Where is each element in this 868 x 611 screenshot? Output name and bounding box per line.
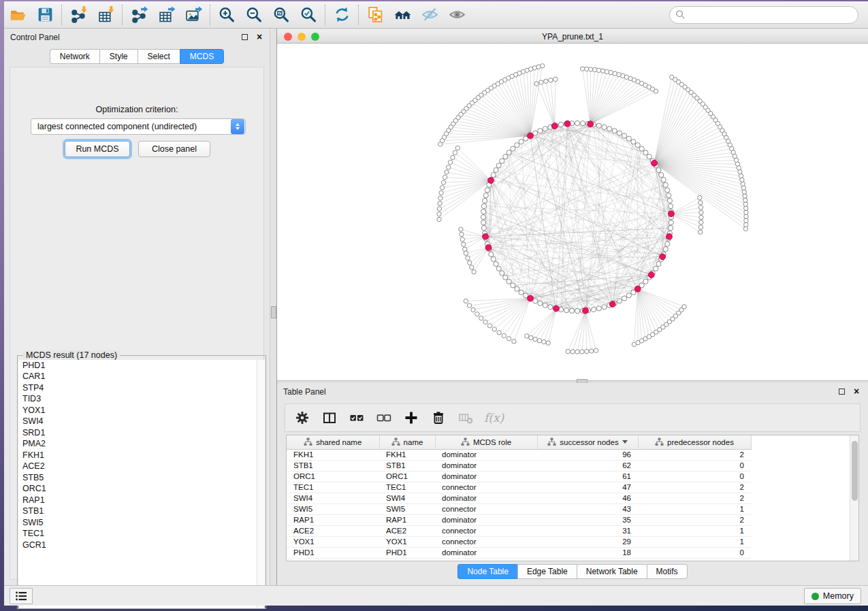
graph-leaf-node[interactable] [497, 331, 501, 335]
graph-node[interactable] [538, 129, 543, 133]
cell-shared_name[interactable]: ORC1 [287, 471, 379, 482]
graph-leaf-node[interactable] [570, 350, 575, 354]
graph-node[interactable] [654, 266, 658, 271]
graph-node[interactable] [647, 154, 652, 159]
graph-node[interactable] [519, 139, 524, 144]
mcds-result-item[interactable]: TEC1 [18, 529, 258, 540]
graph-leaf-node[interactable] [468, 261, 472, 265]
graph-leaf-node[interactable] [502, 333, 506, 337]
import-network-button[interactable] [65, 3, 92, 27]
graph-leaf-node[interactable] [462, 242, 466, 246]
graph-node[interactable] [548, 305, 553, 310]
graph-mcds-node[interactable] [669, 211, 675, 217]
cell-successor_nodes[interactable]: 46 [537, 493, 638, 503]
network-canvas[interactable] [277, 44, 868, 380]
table-row[interactable]: ORC1ORC1dominator610 [287, 471, 751, 482]
vertical-split-divider[interactable] [270, 29, 277, 585]
graph-node[interactable] [596, 123, 601, 128]
graph-node[interactable] [500, 159, 504, 163]
graph-leaf-node[interactable] [438, 201, 442, 205]
cell-mcds_role[interactable]: dominator [435, 460, 537, 471]
graph-node[interactable] [639, 146, 644, 151]
table-row[interactable]: RAP1RAP1dominator352 [287, 514, 751, 525]
refresh-view-button[interactable] [328, 3, 355, 27]
graph-leaf-node[interactable] [744, 214, 748, 218]
graph-leaf-node[interactable] [698, 201, 703, 205]
table-row[interactable]: TEC1TEC1connector472 [287, 482, 751, 493]
graph-leaf-node[interactable] [472, 270, 476, 274]
table-row[interactable]: YOX1YOX1connector291 [287, 536, 751, 547]
optimization-criterion-select[interactable]: largest connected component (undirected) [31, 118, 246, 135]
delete-row-button[interactable] [430, 409, 447, 427]
cell-successor_nodes[interactable]: 62 [537, 460, 638, 471]
graph-mcds-node[interactable] [551, 123, 558, 129]
cell-name[interactable]: RAP1 [379, 514, 435, 525]
graph-leaf-node[interactable] [471, 308, 475, 312]
graph-mcds-node[interactable] [483, 233, 489, 240]
graph-leaf-node[interactable] [440, 186, 444, 190]
graph-node[interactable] [661, 178, 666, 182]
graph-leaf-node[interactable] [744, 218, 748, 222]
mcds-result-item[interactable]: FKH1 [18, 450, 258, 461]
graph-leaf-node[interactable] [455, 146, 460, 150]
cell-shared_name[interactable]: ACE2 [287, 525, 379, 536]
graph-node[interactable] [494, 261, 498, 266]
graph-node[interactable] [483, 198, 487, 203]
graph-node[interactable] [538, 301, 543, 306]
cell-shared_name[interactable]: SWI4 [287, 493, 379, 503]
graph-leaf-node[interactable] [437, 212, 441, 216]
graph-leaf-node[interactable] [483, 320, 487, 324]
graph-leaf-node[interactable] [743, 194, 747, 198]
column-header-predecessor-nodes[interactable]: predecessor nodes [638, 435, 751, 449]
graph-node[interactable] [496, 163, 501, 168]
graph-leaf-node[interactable] [447, 165, 451, 169]
cell-mcds_role[interactable]: connector [435, 482, 537, 493]
graph-leaf-node[interactable] [670, 75, 674, 79]
export-table-button[interactable] [152, 3, 180, 27]
graph-leaf-node[interactable] [699, 220, 703, 225]
cell-mcds_role[interactable]: dominator [435, 493, 537, 503]
tab-network[interactable]: Network [50, 49, 99, 64]
mcds-result-item[interactable]: SRD1 [18, 427, 258, 439]
cell-successor_nodes[interactable]: 35 [537, 514, 638, 525]
graph-leaf-node[interactable] [537, 339, 541, 343]
graph-node[interactable] [507, 150, 511, 155]
graph-mcds-node[interactable] [648, 272, 654, 278]
graph-leaf-node[interactable] [592, 67, 596, 71]
gear-button[interactable] [293, 409, 311, 427]
graph-leaf-node[interactable] [741, 182, 745, 186]
float-panel-button[interactable] [837, 386, 846, 396]
graph-leaf-node[interactable] [742, 190, 746, 194]
cell-predecessor_nodes[interactable]: 1 [638, 525, 751, 536]
table-row[interactable]: SWI4SWI4dominator462 [287, 493, 751, 503]
select-all-button[interactable] [348, 409, 366, 427]
graph-leaf-node[interactable] [699, 210, 703, 214]
graph-leaf-node[interactable] [438, 142, 443, 146]
cell-name[interactable]: STB1 [379, 460, 435, 471]
graph-node[interactable] [669, 220, 673, 225]
graph-node[interactable] [635, 143, 640, 148]
cell-mcds_role[interactable]: dominator [435, 449, 537, 460]
export-network-button[interactable] [125, 3, 152, 27]
graph-mcds-node[interactable] [588, 121, 594, 127]
task-history-button[interactable] [10, 588, 33, 604]
graph-leaf-node[interactable] [609, 70, 613, 74]
graph-leaf-node[interactable] [575, 350, 579, 354]
graph-node[interactable] [511, 283, 515, 288]
graph-leaf-node[interactable] [470, 265, 474, 269]
hide-selected-button[interactable] [416, 3, 443, 27]
graph-mcds-node[interactable] [583, 308, 589, 314]
cell-predecessor_nodes[interactable]: 2 [638, 482, 751, 493]
graph-leaf-node[interactable] [467, 303, 471, 308]
cell-mcds_role[interactable]: dominator [435, 514, 537, 525]
run-mcds-button[interactable]: Run MCDS [65, 141, 130, 157]
graph-leaf-node[interactable] [445, 170, 449, 174]
graph-node[interactable] [656, 167, 661, 172]
graph-node[interactable] [558, 122, 563, 127]
graph-mcds-node[interactable] [564, 120, 570, 127]
graph-leaf-node[interactable] [590, 349, 594, 353]
graph-leaf-node[interactable] [437, 217, 441, 221]
mcds-result-item[interactable]: STB1 [18, 506, 258, 518]
graph-leaf-node[interactable] [698, 230, 702, 234]
graph-node[interactable] [622, 133, 626, 138]
